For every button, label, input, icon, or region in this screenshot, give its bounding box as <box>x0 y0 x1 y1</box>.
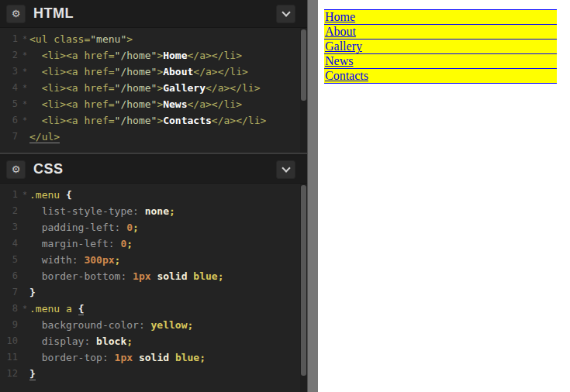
html-settings-button[interactable]: ⚙ <box>6 5 26 23</box>
menu-item: News <box>324 53 557 68</box>
code-text: list-style-type: none; <box>29 203 175 219</box>
code-line: 9 background-color: yellow; <box>0 317 307 333</box>
line-number: 9 <box>0 317 20 333</box>
code-line: 2 list-style-type: none; <box>0 203 307 219</box>
editor-column: ⚙ HTML 1*<ul class="menu">2* <li><a href… <box>0 0 307 392</box>
fold-gutter <box>20 268 29 284</box>
menu-item: Contacts <box>324 68 557 83</box>
gear-icon: ⚙ <box>12 164 21 174</box>
menu-link[interactable]: Home <box>324 9 557 24</box>
fold-marker-icon[interactable]: * <box>20 187 29 203</box>
line-number: 6 <box>0 268 20 284</box>
fold-marker-icon[interactable]: * <box>20 301 29 317</box>
code-line: 11 border-top: 1px solid blue; <box>0 349 307 366</box>
html-panel-header: ⚙ HTML <box>0 0 307 28</box>
fold-gutter <box>20 349 29 366</box>
code-line: 7</ul> <box>0 129 307 145</box>
line-number: 7 <box>0 129 20 145</box>
line-number: 12 <box>0 366 20 382</box>
menu-link[interactable]: Gallery <box>324 39 557 53</box>
code-text: border-top: 1px solid blue; <box>29 349 206 366</box>
code-text: margin-left: 0; <box>29 236 133 252</box>
line-number: 7 <box>0 284 20 301</box>
css-code-editor[interactable]: 1*.menu {2 list-style-type: none;3 paddi… <box>0 184 307 392</box>
code-line: 5* <li><a href="/home">News</a></li> <box>0 96 307 112</box>
code-text: width: 300px; <box>29 252 120 268</box>
line-number: 5 <box>0 252 20 268</box>
css-settings-button[interactable]: ⚙ <box>6 160 26 179</box>
line-number: 2 <box>0 47 20 64</box>
menu-item: About <box>324 24 557 39</box>
line-number: 8 <box>0 301 20 317</box>
code-line: 6 border-bottom: 1px solid blue; <box>0 268 307 284</box>
html-panel: ⚙ HTML 1*<ul class="menu">2* <li><a href… <box>0 0 307 153</box>
fold-gutter <box>20 366 29 382</box>
gear-icon: ⚙ <box>12 9 21 19</box>
line-number: 6 <box>0 112 20 129</box>
css-scrollbar-thumb[interactable] <box>301 185 306 376</box>
code-text: padding-left: 0; <box>29 219 139 236</box>
line-number: 1 <box>0 31 20 47</box>
code-text: <li><a href="/home">Contacts</a></li> <box>29 112 266 129</box>
html-scrollbar[interactable] <box>300 28 307 153</box>
html-panel-title: HTML <box>33 5 74 22</box>
fold-gutter <box>20 333 29 349</box>
line-number: 5 <box>0 96 20 112</box>
code-line: 4 margin-left: 0; <box>0 236 307 252</box>
line-number: 4 <box>0 80 20 96</box>
css-scrollbar[interactable] <box>300 184 307 392</box>
menu-link[interactable]: About <box>324 24 557 39</box>
editor-preview-splitter[interactable] <box>307 0 318 392</box>
fold-marker-icon[interactable]: * <box>20 64 29 80</box>
code-line: 6* <li><a href="/home">Contacts</a></li> <box>0 112 307 129</box>
chevron-down-icon <box>282 8 290 16</box>
code-line: 10 display: block; <box>0 333 307 349</box>
code-text: <li><a href="/home">Home</a></li> <box>29 47 242 64</box>
css-collapse-button[interactable] <box>276 160 295 179</box>
fold-marker-icon[interactable]: * <box>20 47 29 64</box>
chevron-down-icon <box>282 163 290 172</box>
menu-link[interactable]: Contacts <box>324 68 557 83</box>
code-text: } <box>29 284 36 301</box>
code-line: 7} <box>0 284 307 301</box>
fold-marker-icon[interactable]: * <box>20 31 29 47</box>
code-line: 3 padding-left: 0; <box>0 219 307 236</box>
result-preview-pane: HomeAboutGalleryNewsContacts <box>318 0 570 392</box>
fold-gutter <box>20 252 29 268</box>
line-number: 10 <box>0 333 20 349</box>
code-line: 12} <box>0 366 307 382</box>
line-number: 2 <box>0 203 20 219</box>
code-line: 2* <li><a href="/home">Home</a></li> <box>0 47 307 64</box>
code-text: background-color: yellow; <box>29 317 193 333</box>
line-number: 4 <box>0 236 20 252</box>
html-scrollbar-thumb[interactable] <box>301 29 306 101</box>
code-text: </ul> <box>29 129 60 145</box>
css-panel: ⚙ CSS 1*.menu {2 list-style-type: none;3… <box>0 156 307 392</box>
code-text: .menu a { <box>29 301 84 317</box>
fold-marker-icon[interactable]: * <box>20 80 29 96</box>
code-line: 5 width: 300px; <box>0 252 307 268</box>
html-collapse-button[interactable] <box>276 5 295 23</box>
code-line: 4* <li><a href="/home">Gallery</a></li> <box>0 80 307 96</box>
line-number: 11 <box>0 349 20 366</box>
fold-gutter <box>20 284 29 301</box>
menu-item: Home <box>324 9 557 24</box>
fold-marker-icon[interactable]: * <box>20 96 29 112</box>
fold-gutter <box>20 317 29 333</box>
html-code-editor[interactable]: 1*<ul class="menu">2* <li><a href="/home… <box>0 28 307 153</box>
code-text: <li><a href="/home">News</a></li> <box>29 96 242 112</box>
code-line: 8*.menu a { <box>0 301 307 317</box>
code-text: } <box>29 366 36 382</box>
fold-gutter <box>20 236 29 252</box>
code-text: <li><a href="/home">Gallery</a></li> <box>29 80 260 96</box>
line-number: 3 <box>0 219 20 236</box>
code-line: 1*.menu { <box>0 187 307 203</box>
code-line: 3* <li><a href="/home">About</a></li> <box>0 64 307 80</box>
menu-item: Gallery <box>324 39 557 53</box>
fold-marker-icon[interactable]: * <box>20 112 29 129</box>
code-text: display: block; <box>29 333 133 349</box>
code-text: <li><a href="/home">About</a></li> <box>29 64 248 80</box>
menu-link[interactable]: News <box>324 53 557 68</box>
code-text: border-bottom: 1px solid blue; <box>29 268 223 284</box>
fiddle-app: ⚙ HTML 1*<ul class="menu">2* <li><a href… <box>0 0 570 392</box>
